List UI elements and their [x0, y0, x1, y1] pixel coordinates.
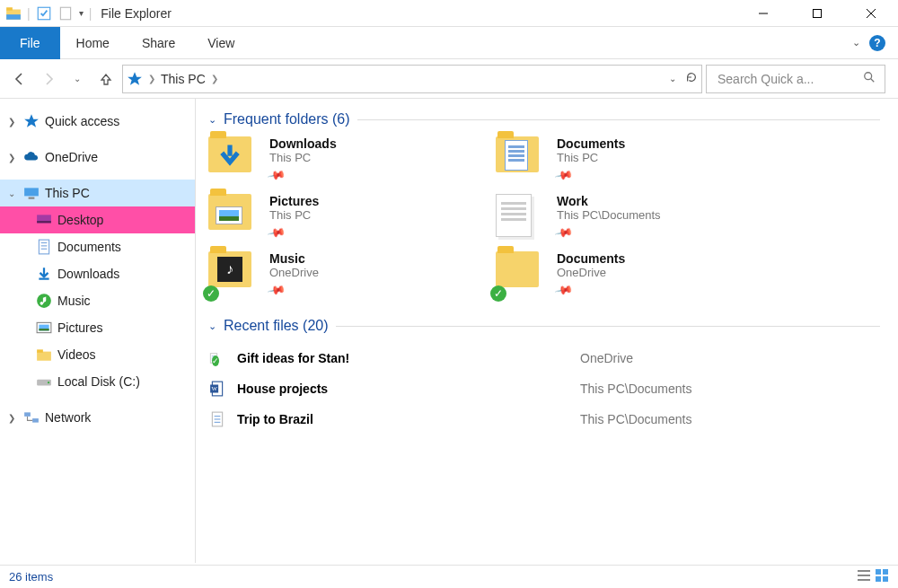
address-dropdown-icon[interactable]: ⌄ — [669, 74, 676, 83]
folder-name: Pictures — [269, 194, 319, 208]
file-name: House projects — [237, 382, 569, 396]
tree-label: Videos — [57, 347, 96, 362]
file-tab[interactable]: File — [0, 27, 60, 59]
drive-icon — [36, 373, 52, 390]
pin-icon[interactable]: 📌 — [554, 223, 574, 241]
svg-rect-25 — [37, 349, 43, 352]
recent-file[interactable]: Trip to BrazilThis PC\Documents — [208, 404, 880, 434]
explorer-icon — [5, 5, 22, 22]
frequent-folder[interactable]: ♪✓MusicOneDrive📌 — [208, 251, 496, 298]
maximize-button[interactable] — [790, 0, 844, 27]
minimize-button[interactable] — [736, 0, 790, 27]
tree-label: Quick access — [45, 114, 119, 128]
navigation-pane: ❯ Quick access ❯ OneDrive ⌄ This PC Desk… — [0, 99, 196, 563]
recent-locations-button[interactable]: ⌄ — [65, 66, 90, 92]
pin-icon[interactable]: 📌 — [267, 280, 286, 299]
file-path: This PC\Documents — [580, 382, 691, 396]
ribbon-collapse-icon[interactable]: ⌄ — [852, 37, 860, 48]
tree-label: Pictures — [57, 320, 103, 335]
tree-videos[interactable]: Videos — [0, 341, 195, 368]
breadcrumb-this-pc[interactable]: This PC — [161, 72, 206, 86]
section-title: Frequent folders — [224, 111, 329, 127]
titlebar-divider: | — [27, 6, 31, 21]
tab-share[interactable]: Share — [126, 27, 191, 59]
address-bar[interactable]: ❯ This PC ❯ ⌄ — [122, 65, 702, 93]
folder-name: Work — [557, 194, 661, 208]
tree-downloads[interactable]: Downloads — [0, 260, 195, 287]
chevron-down-icon[interactable]: ⌄ — [5, 189, 18, 198]
tree-documents[interactable]: Documents — [0, 233, 195, 260]
svg-rect-42 — [858, 575, 870, 576]
file-type-icon: ✓ — [208, 350, 226, 366]
tree-onedrive[interactable]: ❯ OneDrive — [0, 144, 195, 171]
title-bar: | ▾ | File Explorer — [0, 0, 898, 27]
help-icon[interactable]: ? — [869, 35, 885, 51]
file-name: Trip to Brazil — [237, 412, 569, 426]
tree-local-disk[interactable]: Local Disk (C:) — [0, 368, 195, 395]
frequent-folder[interactable]: ✓DocumentsOneDrive📌 — [496, 251, 783, 298]
frequent-folder[interactable]: PicturesThis PC📌 — [208, 194, 496, 241]
tree-this-pc[interactable]: ⌄ This PC — [0, 180, 195, 206]
close-button[interactable] — [844, 0, 898, 27]
frequent-folders-header[interactable]: ⌄ Frequent folders (6) — [208, 111, 880, 127]
section-divider — [336, 326, 881, 327]
refresh-button[interactable] — [685, 71, 698, 86]
tab-home[interactable]: Home — [60, 27, 126, 59]
tree-label: Music — [57, 294, 91, 308]
pin-icon[interactable]: 📌 — [554, 280, 574, 299]
breadcrumb-separator-icon[interactable]: ❯ — [148, 74, 155, 83]
search-input[interactable] — [716, 71, 863, 87]
frequent-folder[interactable]: DocumentsThis PC📌 — [496, 136, 783, 183]
chevron-right-icon[interactable]: ❯ — [5, 117, 18, 127]
download-arrow-icon — [36, 266, 52, 282]
tree-desktop[interactable]: Desktop — [0, 206, 195, 233]
tree-music[interactable]: Music — [0, 287, 195, 314]
recent-file[interactable]: ✓Gift ideas for Stan!OneDrive — [208, 343, 880, 373]
svg-rect-46 — [876, 576, 881, 582]
pin-icon[interactable]: 📌 — [267, 165, 286, 184]
tree-label: Desktop — [57, 213, 103, 227]
up-button[interactable] — [93, 66, 119, 92]
chevron-right-icon[interactable]: ❯ — [5, 153, 18, 162]
search-icon — [863, 71, 876, 86]
music-note-icon — [36, 293, 52, 309]
pin-icon[interactable]: 📌 — [554, 165, 574, 184]
file-type-icon: W — [208, 381, 226, 397]
file-type-icon — [208, 411, 226, 427]
frequent-folder[interactable]: WorkThis PC\Documents📌 — [496, 194, 783, 241]
qat-dropdown-icon[interactable]: ▾ — [79, 8, 84, 18]
folder-location: This PC — [269, 208, 319, 222]
folder-thumb: ✓ — [496, 251, 546, 298]
chevron-right-icon[interactable]: ❯ — [5, 413, 18, 423]
recent-file[interactable]: WHouse projectsThis PC\Documents — [208, 373, 880, 404]
svg-rect-14 — [37, 221, 51, 223]
svg-rect-4 — [60, 7, 70, 20]
properties-icon[interactable] — [36, 5, 52, 22]
pin-icon[interactable]: 📌 — [267, 223, 286, 241]
folder-name: Music — [269, 251, 319, 266]
forward-button[interactable] — [36, 66, 61, 92]
breadcrumb-separator-icon[interactable]: ❯ — [211, 74, 218, 83]
folder-thumb — [208, 194, 259, 241]
tree-quick-access[interactable]: ❯ Quick access — [0, 108, 195, 135]
tree-network[interactable]: ❯ Network — [0, 404, 195, 431]
svg-rect-44 — [876, 569, 881, 575]
quick-access-star-icon — [127, 71, 143, 87]
monitor-icon — [23, 185, 40, 201]
svg-rect-2 — [6, 14, 21, 20]
tree-pictures[interactable]: Pictures — [0, 314, 195, 341]
picture-icon — [36, 320, 52, 336]
back-button[interactable] — [7, 66, 32, 92]
recent-files-header[interactable]: ⌄ Recent files (20) — [208, 318, 880, 334]
frequent-folder[interactable]: DownloadsThis PC📌 — [208, 136, 496, 183]
new-folder-qat-icon[interactable] — [57, 5, 74, 22]
details-view-button[interactable] — [857, 568, 871, 585]
large-icons-view-button[interactable] — [875, 568, 889, 585]
svg-rect-41 — [858, 570, 870, 572]
tab-view[interactable]: View — [191, 27, 251, 59]
chevron-down-icon[interactable]: ⌄ — [208, 114, 216, 126]
chevron-down-icon[interactable]: ⌄ — [208, 320, 216, 332]
svg-rect-1 — [6, 7, 13, 10]
svg-rect-11 — [24, 188, 39, 196]
search-box[interactable] — [706, 65, 885, 93]
